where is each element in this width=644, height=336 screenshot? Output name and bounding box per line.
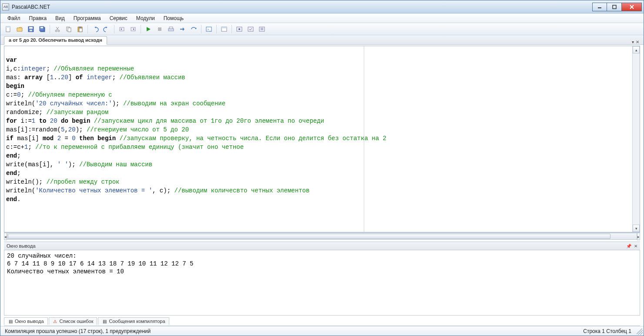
statusbar: Компиляция прошла успешно (17 строк), 1 … <box>0 326 644 336</box>
menubar: Файл Правка Вид Программа Сервис Модули … <box>0 13 644 23</box>
bottom-tab-compiler[interactable]: ▤ Сообщения компилятора <box>98 317 169 325</box>
maximize-button[interactable] <box>607 3 622 11</box>
svg-rect-33 <box>259 27 265 31</box>
cut-icon[interactable] <box>52 24 63 34</box>
app-icon: AB <box>2 3 9 10</box>
save-icon[interactable] <box>26 24 36 34</box>
svg-point-31 <box>238 28 240 30</box>
step-over-icon[interactable] <box>188 24 199 34</box>
toolbar: >_ <box>0 23 644 35</box>
menu-help[interactable]: Помощь <box>160 14 187 22</box>
svg-line-14 <box>57 27 59 30</box>
open-file-icon[interactable] <box>14 24 25 34</box>
titlebar: AB PascalABC.NET <box>0 0 644 13</box>
svg-rect-24 <box>168 29 174 31</box>
new-file-icon[interactable] <box>3 24 13 34</box>
tabbar: а от 5 до 20. Обеспечить вывод исходн ▾ … <box>0 35 644 45</box>
app-window: AB PascalABC.NET Файл Правка Вид Програм… <box>0 0 644 336</box>
code-editor[interactable]: var i,c:integer; //Объявляеи переменные … <box>4 46 632 232</box>
scroll-thumb[interactable] <box>8 234 610 239</box>
output-panel-title: Окно вывода <box>7 243 36 249</box>
svg-rect-17 <box>68 28 71 32</box>
output-panel-header: Окно вывода 📌 ✕ <box>4 242 640 250</box>
menu-service[interactable]: Сервис <box>106 14 131 22</box>
vertical-scrollbar[interactable]: ▴ ▾ <box>632 46 640 232</box>
menu-view[interactable]: Вид <box>52 14 68 22</box>
svg-rect-29 <box>221 27 227 28</box>
scroll-left-icon[interactable]: ◂ <box>4 233 7 240</box>
tabbar-close-icon[interactable]: ✕ <box>636 40 639 44</box>
minimize-button[interactable] <box>592 3 607 11</box>
svg-rect-7 <box>29 27 33 29</box>
paste-icon[interactable] <box>75 24 85 34</box>
form-icon[interactable] <box>219 24 229 34</box>
svg-rect-1 <box>613 5 616 9</box>
svg-rect-19 <box>79 27 81 28</box>
copy-icon[interactable] <box>64 24 74 34</box>
bottom-tab-output[interactable]: ▤ Окно вывода <box>4 317 48 325</box>
svg-point-12 <box>55 30 57 32</box>
window-controls <box>592 3 642 11</box>
save-all-icon[interactable] <box>37 24 47 34</box>
bottom-tab-label: Окно вывода <box>15 319 44 324</box>
redo-icon[interactable] <box>101 24 112 34</box>
svg-point-13 <box>58 30 60 32</box>
scroll-down-icon[interactable]: ▾ <box>633 225 640 232</box>
run-icon[interactable] <box>143 24 154 34</box>
output-pin-icon[interactable]: 📌 <box>626 244 631 249</box>
undo-icon[interactable] <box>90 24 101 34</box>
resize-grip-icon[interactable] <box>637 329 643 335</box>
bottom-tab-label: Сообщения компилятора <box>109 319 165 324</box>
svg-rect-25 <box>169 27 173 29</box>
svg-rect-32 <box>248 27 253 31</box>
compile-icon[interactable] <box>166 24 176 34</box>
tool2-icon[interactable] <box>245 24 256 34</box>
menu-edit[interactable]: Правка <box>26 14 50 22</box>
bottom-tabs: ▤ Окно вывода ⚠ Список ошибок ▤ Сообщени… <box>4 316 640 326</box>
tool1-icon[interactable] <box>234 24 245 34</box>
step-into-icon[interactable] <box>177 24 188 34</box>
scroll-right-icon[interactable]: ▸ <box>637 233 640 240</box>
svg-text:>_: >_ <box>207 27 211 31</box>
output-close-icon[interactable]: ✕ <box>634 244 637 249</box>
editor-split-line <box>364 46 364 232</box>
close-button[interactable] <box>622 3 642 11</box>
nav-back-icon[interactable] <box>117 24 127 34</box>
menu-modules[interactable]: Модули <box>133 14 158 22</box>
svg-rect-20 <box>79 28 82 32</box>
bottom-tab-label: Список ошибок <box>60 319 94 324</box>
tool3-icon[interactable] <box>257 24 267 34</box>
output-line: Количество четных элементов = 10 <box>7 268 124 275</box>
tabbar-dropdown-icon[interactable]: ▾ <box>632 40 634 44</box>
window-title: PascalABC.NET <box>12 4 592 10</box>
compiler-tab-icon: ▤ <box>102 319 107 324</box>
terminal-icon[interactable]: >_ <box>204 24 214 34</box>
svg-rect-11 <box>40 27 43 28</box>
tab-label: а от 5 до 20. Обеспечить вывод исходн <box>9 37 102 43</box>
status-position: Строка 1 Столбец 1 <box>583 328 639 334</box>
svg-rect-5 <box>6 27 10 28</box>
errors-tab-icon: ⚠ <box>53 319 58 324</box>
horizontal-scrollbar[interactable]: ◂ ▸ <box>4 232 640 240</box>
svg-line-15 <box>56 27 58 30</box>
output-line: 20 случайных чисел: <box>7 252 77 259</box>
output-tab-icon: ▤ <box>8 319 13 324</box>
status-message: Компиляция прошла успешно (17 строк), 1 … <box>5 328 151 334</box>
menu-file[interactable]: Файл <box>4 14 24 22</box>
stop-icon[interactable] <box>154 24 165 34</box>
svg-rect-8 <box>30 30 32 31</box>
output-area[interactable]: 20 случайных чисел: 6 7 14 11 8 9 10 17 … <box>4 250 640 316</box>
nav-fwd-icon[interactable] <box>128 24 138 34</box>
bottom-tab-errors[interactable]: ⚠ Список ошибок <box>49 317 97 325</box>
output-line: 6 7 14 11 8 9 10 17 6 14 13 18 7 19 10 1… <box>7 260 193 267</box>
scroll-up-icon[interactable]: ▴ <box>633 46 640 54</box>
editor-tab[interactable]: а от 5 до 20. Обеспечить вывод исходн <box>4 36 107 45</box>
svg-rect-23 <box>158 27 161 31</box>
editor-area: var i,c:integer; //Объявляеи переменные … <box>4 46 640 232</box>
menu-program[interactable]: Программа <box>70 14 104 22</box>
